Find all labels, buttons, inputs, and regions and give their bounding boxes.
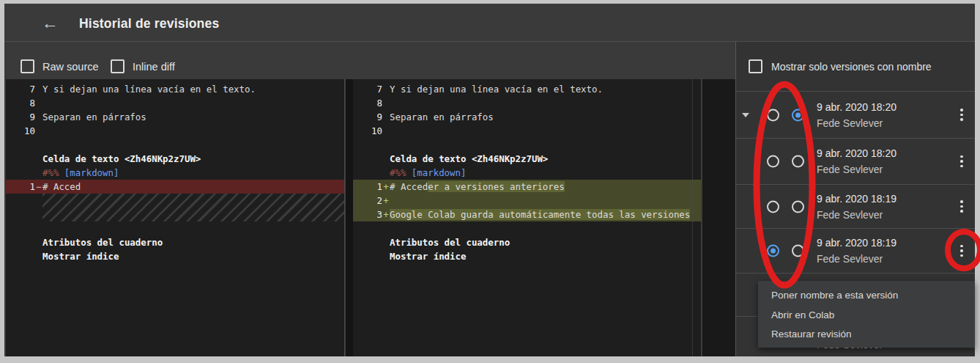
radio-from-selected[interactable] bbox=[767, 245, 779, 257]
revision-row[interactable]: 9 abr. 2020 18:19Fede Sevlever bbox=[736, 185, 975, 229]
revision-date: 9 abr. 2020 18:20 bbox=[817, 99, 897, 115]
revision-row[interactable]: 9 abr. 2020 18:20Fede Sevlever bbox=[736, 139, 975, 185]
revision-row[interactable]: 9 abr. 2020 18:19Fede Sevlever bbox=[736, 229, 975, 274]
raw-source-label: Raw source bbox=[42, 61, 99, 73]
code-line: 2+ bbox=[353, 194, 701, 208]
code-line: Mostrar índice bbox=[353, 249, 701, 263]
expand-caret-icon[interactable] bbox=[742, 113, 749, 117]
inline-diff-option: Inline diff bbox=[111, 59, 175, 73]
context-menu-item[interactable]: Abrir en Colab bbox=[758, 306, 975, 326]
context-menu: Poner nombre a esta versiónAbrir en Cola… bbox=[758, 281, 975, 348]
radio-from[interactable] bbox=[767, 200, 779, 213]
code-line: Atributos del cuaderno bbox=[6, 235, 344, 249]
code-line: 7 Y si dejan una línea vacía en el texto… bbox=[353, 82, 701, 96]
revision-info: 9 abr. 2020 18:19Fede Sevlever bbox=[817, 191, 897, 223]
revision-info: 9 abr. 2020 18:19Fede Sevlever bbox=[817, 235, 897, 267]
revision-date: 9 abr. 2020 18:19 bbox=[817, 235, 897, 251]
revision-info: 9 abr. 2020 18:20Fede Sevlever bbox=[817, 99, 897, 131]
raw-source-checkbox[interactable] bbox=[21, 59, 34, 73]
radio-from[interactable] bbox=[767, 155, 779, 168]
code-line: 1−# Acced bbox=[6, 180, 344, 194]
revision-author: Fede Sevlever bbox=[817, 251, 897, 267]
code-line: 10 bbox=[6, 124, 344, 138]
back-arrow-icon: ← bbox=[42, 13, 59, 32]
raw-source-option: Raw source bbox=[21, 59, 99, 73]
revision-row[interactable]: 9 abr. 2020 18:20Fede Sevlever bbox=[736, 92, 975, 139]
sidebar-filter: Mostrar solo versiones con nombre bbox=[736, 42, 975, 92]
code-line: Mostrar índice bbox=[6, 249, 344, 263]
code-line: 1+# Acceder a versiones anteriores bbox=[353, 180, 701, 194]
more-options-icon[interactable] bbox=[957, 153, 967, 170]
code-line: 8 bbox=[6, 96, 344, 110]
code-line: 9 Separan en párrafos bbox=[6, 110, 344, 124]
diff-panel-left[interactable]: 7 Y si dejan una línea vacía en el texto… bbox=[6, 79, 345, 356]
revision-author: Fede Sevlever bbox=[817, 207, 897, 223]
revision-date: 9 abr. 2020 18:20 bbox=[817, 145, 897, 161]
code-line: 8 bbox=[353, 96, 701, 110]
inline-diff-label: Inline diff bbox=[133, 61, 175, 73]
radio-to[interactable] bbox=[792, 200, 804, 213]
revision-author: Fede Sevlever bbox=[817, 115, 897, 131]
code-line: 7 Y si dejan una línea vacía en el texto… bbox=[6, 82, 344, 96]
panel-right-gutter bbox=[702, 79, 735, 356]
panel-divider bbox=[346, 79, 353, 356]
code-line: #%% [markdown] bbox=[6, 166, 344, 180]
context-menu-item[interactable]: Restaurar revisión bbox=[758, 325, 975, 345]
radio-to[interactable] bbox=[792, 245, 804, 257]
code-line bbox=[353, 221, 701, 235]
revision-author: Fede Sevlever bbox=[817, 161, 897, 177]
title-bar: ← Historial de revisiones bbox=[4, 4, 975, 42]
revision-history-screen: ← Historial de revisiones Raw source Inl… bbox=[0, 0, 980, 363]
scrollbar-track bbox=[692, 79, 693, 356]
more-options-icon[interactable] bbox=[957, 198, 967, 216]
revision-date: 9 abr. 2020 18:19 bbox=[817, 191, 897, 207]
code-line: #%% [markdown] bbox=[353, 166, 701, 180]
more-options-icon[interactable] bbox=[957, 242, 967, 260]
code-line: Celda de texto <Zh46NKp2z7UW> bbox=[353, 152, 701, 166]
revision-info: 9 abr. 2020 18:20Fede Sevlever bbox=[817, 145, 897, 177]
code-line bbox=[353, 138, 701, 152]
named-versions-label: Mostrar solo versiones con nombre bbox=[771, 61, 932, 73]
context-menu-item[interactable]: Poner nombre a esta versión bbox=[758, 286, 975, 306]
code-line: 10 bbox=[353, 124, 701, 138]
code-line: 9 Separan en párrafos bbox=[353, 110, 701, 124]
more-options-icon[interactable] bbox=[957, 106, 967, 124]
page-title: Historial de revisiones bbox=[79, 16, 219, 32]
diff-panel-right[interactable]: 7 Y si dejan una línea vacía en el texto… bbox=[353, 79, 702, 356]
radio-from[interactable] bbox=[767, 109, 779, 121]
code-line: Celda de texto <Zh46NKp2z7UW> bbox=[6, 152, 344, 166]
inline-diff-checkbox[interactable] bbox=[111, 59, 125, 73]
code-line bbox=[6, 138, 344, 152]
code-line: Atributos del cuaderno bbox=[353, 235, 701, 249]
radio-to-selected[interactable] bbox=[792, 109, 804, 121]
back-button[interactable]: ← bbox=[38, 12, 62, 35]
diff-gap-hatch bbox=[42, 194, 344, 221]
code-line bbox=[6, 221, 344, 235]
radio-to[interactable] bbox=[792, 155, 804, 168]
code-line: 3+Google Colab guarda automáticamente to… bbox=[353, 208, 701, 221]
named-versions-checkbox[interactable] bbox=[749, 59, 762, 73]
